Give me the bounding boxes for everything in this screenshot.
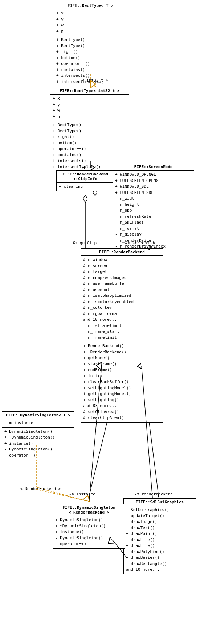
sdlguigraphics-methods: + SdlGuiGraphics() + updateTarget() + dr… xyxy=(124,506,196,574)
plus-r-label: +r xyxy=(82,165,86,170)
m-instance-label: -m_instance xyxy=(69,492,95,496)
recttype-int32-title: FIFE::RectType< int32_t > xyxy=(50,87,129,95)
sdlguigraphics-title: FIFE::SdlGuiGraphics xyxy=(124,499,196,506)
recttype-int32-fields: + x + y + w + h xyxy=(50,95,129,121)
clipinfo-box: FIFE::RenderBackend::ClipInfo + clearing xyxy=(56,170,114,191)
renderbackend-methods: + RenderBackend() + ~RenderBackend() + g… xyxy=(81,342,163,422)
recttype-t-box: FIFE::RectType< T > + x + y + w + h + Re… xyxy=(54,2,127,86)
dynamicsingleton-rb-box: FIFE::DynamicSingleton< RenderBackend > … xyxy=(53,504,125,549)
recttype-int32-box: FIFE::RectType< int32_t > + x + y + w + … xyxy=(50,87,129,171)
m-screenmode-label: #m_screenMode xyxy=(125,241,156,245)
renderbackend-box: FIFE::RenderBackend # m_window # m_scree… xyxy=(81,248,163,423)
clipinfo-title: FIFE::RenderBackend::ClipInfo xyxy=(57,171,114,183)
dynamicsingleton-t-fields: - m_instance xyxy=(2,419,74,428)
screenmode-fields: + WINDOWED_OPENGL + FULLSCREEN_OPENGL + … xyxy=(113,171,194,251)
dynamicsingleton-t-title: FIFE::DynamicSingleton< T > xyxy=(2,412,74,419)
m-guiclip-label: #m_guiClip xyxy=(73,241,97,245)
clipinfo-fields: + clearing xyxy=(57,183,114,191)
m-renderbackend-label: -m_renderbackend xyxy=(134,492,173,496)
dynamicsingleton-t-methods: + DynamicSingleton() + ~DynamicSingleton… xyxy=(2,428,74,460)
dynamicsingleton-t-box: FIFE::DynamicSingleton< T > - m_instance… xyxy=(2,411,74,460)
renderbackend-template-label: < RenderBackend > xyxy=(20,486,61,491)
recttype-t-title: FIFE::RectType< T > xyxy=(54,2,127,9)
dynamicsingleton-rb-methods: + DynamicSingleton() + ~DynamicSingleton… xyxy=(53,516,125,548)
screenmode-title: FIFE::ScreenMode xyxy=(113,163,194,171)
sdlguigraphics-box: FIFE::SdlGuiGraphics + SdlGuiGraphics() … xyxy=(123,498,196,574)
int32t-label: < int32_t > xyxy=(82,78,108,83)
renderbackend-fields: # m_window # m_screen # m_target # m_com… xyxy=(81,256,163,342)
recttype-t-fields: + x + y + w + h xyxy=(54,9,127,36)
dynamicsingleton-rb-title: FIFE::DynamicSingleton< RenderBackend > xyxy=(53,504,125,516)
renderbackend-title: FIFE::RenderBackend xyxy=(81,249,163,256)
